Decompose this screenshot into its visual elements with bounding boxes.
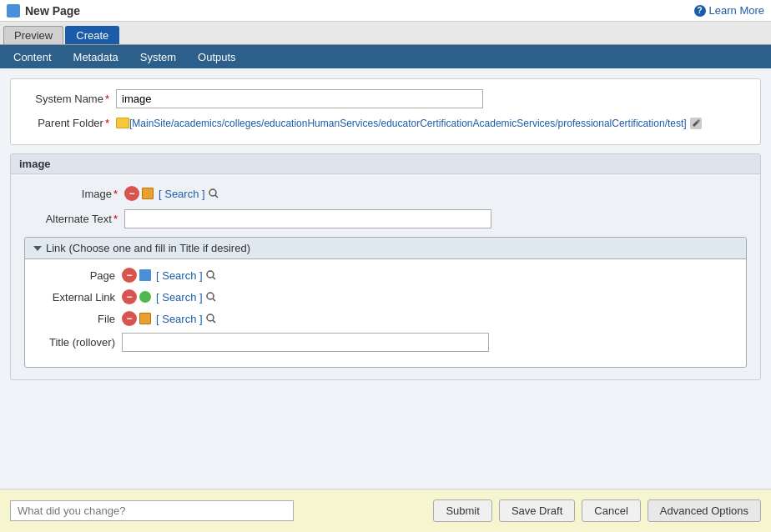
- footer: Submit Save Draft Cancel Advanced Option…: [0, 489, 771, 532]
- system-name-row: System Name*: [24, 89, 747, 108]
- svg-point-2: [207, 271, 214, 278]
- link-section-header[interactable]: Link (Choose one and fill in Title if de…: [25, 238, 746, 259]
- image-label: Image*: [24, 188, 124, 200]
- title-input[interactable]: [122, 333, 489, 352]
- file-link-label: File: [38, 313, 122, 325]
- external-remove-btn[interactable]: −: [122, 289, 137, 304]
- svg-line-3: [213, 277, 215, 279]
- title-row: Title (rollover): [38, 333, 733, 352]
- system-card: System Name* Parent Folder* [MainSite/ac…: [10, 78, 761, 145]
- title-label: Title (rollover): [38, 336, 122, 349]
- file-magnify-icon[interactable]: [205, 313, 217, 324]
- external-link-row: External Link − [ Search ]: [38, 289, 733, 304]
- page-link-row: Page − [ Search ]: [38, 268, 733, 283]
- main-content: System Name* Parent Folder* [MainSite/ac…: [0, 68, 771, 489]
- parent-folder-label: Parent Folder*: [24, 117, 116, 129]
- folder-edit-icon[interactable]: [690, 118, 702, 129]
- nav-metadata[interactable]: Metadata: [63, 48, 128, 67]
- alt-text-label: Alternate Text*: [24, 213, 124, 225]
- page-title: New Page: [25, 4, 80, 18]
- file-link-row: File − [ Search ]: [38, 311, 733, 326]
- required-marker: *: [105, 93, 109, 105]
- svg-point-4: [207, 293, 214, 299]
- file-search-link[interactable]: [ Search ]: [156, 313, 203, 325]
- page-remove-btn[interactable]: −: [122, 268, 137, 283]
- tab-bar: Preview Create: [0, 22, 771, 45]
- nav-bar: Content Metadata System Outputs: [0, 45, 771, 68]
- alt-text-input[interactable]: [124, 209, 491, 228]
- link-body: Page − [ Search ] External Link − [ Sea: [25, 259, 746, 367]
- svg-line-5: [213, 299, 215, 301]
- image-search-link[interactable]: [ Search ]: [159, 188, 205, 200]
- parent-folder-row: Parent Folder* [MainSite/academics/colle…: [24, 117, 747, 129]
- image-row: Image* − [ Search ]: [24, 186, 747, 201]
- tab-create[interactable]: Create: [65, 26, 119, 44]
- image-file-icon: [142, 188, 154, 199]
- image-magnify-icon[interactable]: [208, 188, 219, 199]
- file-link-icon: [139, 313, 151, 324]
- page-search-link[interactable]: [ Search ]: [156, 269, 203, 282]
- tab-preview[interactable]: Preview: [3, 26, 63, 44]
- svg-line-7: [213, 320, 215, 323]
- file-remove-btn[interactable]: −: [122, 311, 137, 326]
- cancel-button[interactable]: Cancel: [582, 499, 640, 522]
- required-marker2: *: [105, 117, 109, 129]
- page-icon: [7, 4, 20, 18]
- section-body: Image* − [ Search ] Alternate Text*: [11, 174, 760, 379]
- page-link-label: Page: [38, 269, 122, 282]
- nav-system[interactable]: System: [130, 48, 186, 67]
- save-draft-button[interactable]: Save Draft: [499, 499, 575, 522]
- nav-content[interactable]: Content: [3, 48, 62, 67]
- help-icon: ?: [694, 5, 706, 17]
- collapse-icon: [33, 246, 42, 251]
- system-name-label: System Name*: [24, 93, 116, 105]
- nav-outputs[interactable]: Outputs: [188, 48, 246, 67]
- external-magnify-icon[interactable]: [205, 291, 217, 303]
- folder-icon: [116, 118, 129, 128]
- page-magnify-icon[interactable]: [205, 269, 217, 281]
- svg-point-0: [209, 189, 216, 196]
- folder-path[interactable]: [MainSite/academics/colleges/educationHu…: [129, 118, 687, 129]
- system-name-input[interactable]: [116, 89, 483, 108]
- header: New Page ? Learn More: [0, 0, 771, 22]
- svg-line-1: [215, 195, 218, 198]
- advanced-options-button[interactable]: Advanced Options: [648, 499, 761, 522]
- external-link-label: External Link: [38, 291, 122, 304]
- link-section-title: Link (Choose one and fill in Title if de…: [46, 242, 250, 254]
- alt-text-row: Alternate Text*: [24, 209, 747, 228]
- learn-more-label: Learn More: [709, 4, 764, 17]
- image-section: image Image* − [ Search ] Alternate Text…: [10, 153, 761, 380]
- link-section: Link (Choose one and fill in Title if de…: [24, 237, 747, 368]
- page-link-icon: [139, 269, 151, 281]
- external-search-link[interactable]: [ Search ]: [156, 291, 203, 304]
- submit-button[interactable]: Submit: [433, 499, 491, 522]
- learn-more-link[interactable]: ? Learn More: [694, 4, 764, 17]
- globe-icon: [139, 291, 151, 303]
- svg-point-6: [207, 314, 214, 321]
- section-title: image: [11, 154, 760, 174]
- header-left: New Page: [7, 4, 80, 18]
- image-remove-btn[interactable]: −: [124, 186, 139, 201]
- change-description-input[interactable]: [10, 500, 294, 521]
